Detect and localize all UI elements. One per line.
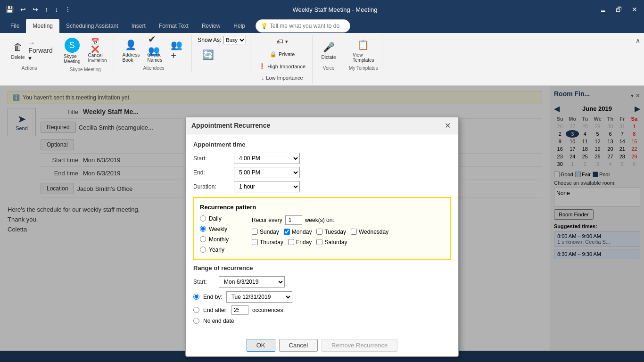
sunday-checkbox[interactable]: [252, 229, 258, 235]
save-qa-btn[interactable]: 💾: [4, 5, 16, 14]
categories-button[interactable]: 🏷▾: [274, 36, 291, 47]
up-qa-btn[interactable]: ↑: [43, 5, 50, 14]
end-time-select[interactable]: 5:00 PM: [234, 167, 300, 178]
end-by-radio[interactable]: [193, 294, 199, 300]
cancel-button[interactable]: Cancel: [279, 339, 318, 352]
tell-me-bar[interactable]: 💡: [256, 19, 350, 33]
day-tuesday[interactable]: Tuesday: [316, 229, 346, 235]
duration-label: Duration:: [193, 183, 231, 190]
daily-radio[interactable]: [200, 215, 206, 222]
monday-checkbox[interactable]: [284, 229, 290, 235]
ribbon-collapse-btn[interactable]: ∧: [636, 37, 640, 44]
more-qa-btn[interactable]: ⋮: [63, 5, 73, 14]
day-sunday[interactable]: Sunday: [252, 229, 279, 235]
down-qa-btn[interactable]: ↓: [53, 5, 60, 14]
show-as-label: Show As:: [198, 37, 221, 43]
daily-option[interactable]: Daily: [200, 215, 242, 222]
monday-label: Monday: [292, 229, 312, 235]
tuesday-checkbox[interactable]: [316, 229, 322, 235]
private-button[interactable]: 🔒Private: [267, 49, 297, 59]
range-start-select[interactable]: Mon 6/3/2019: [219, 276, 285, 288]
remove-recurrence-button[interactable]: Remove Recurrence: [322, 339, 397, 352]
recurrence-pattern-title: Recurrence pattern: [200, 204, 444, 211]
range-start-row: Start: Mon 6/3/2019: [193, 276, 451, 288]
range-title: Range of recurrence: [193, 264, 451, 272]
thursday-label: Thursday: [260, 239, 283, 246]
yearly-radio[interactable]: [200, 247, 206, 253]
address-book-icon: 👤: [124, 38, 138, 51]
dialog-footer: OK Cancel Remove Recurrence: [186, 334, 458, 356]
monthly-radio[interactable]: [200, 236, 206, 242]
ribbon-group-importance: 🏷▾ 🔒Private ❗ High Importance ↓ Low Impo…: [252, 35, 313, 83]
low-importance-button[interactable]: ↓ Low Importance: [259, 73, 306, 82]
wednesday-checkbox[interactable]: [351, 229, 357, 235]
address-book-button[interactable]: 👤 AddressBook: [120, 36, 143, 65]
thursday-checkbox[interactable]: [252, 239, 258, 245]
dictate-label: Dictate: [321, 55, 336, 60]
end-after-radio[interactable]: [193, 307, 199, 313]
day-friday[interactable]: Friday: [288, 239, 312, 246]
tab-scheduling[interactable]: Scheduling Assistant: [59, 19, 125, 33]
tab-file[interactable]: File: [4, 19, 26, 33]
weekly-option[interactable]: Weekly: [200, 226, 242, 232]
duration-select[interactable]: 1 hour 30 minutes 1.5 hours 2 hours: [234, 181, 300, 192]
close-window-button[interactable]: ✕: [629, 5, 640, 14]
end-by-select[interactable]: Tue 12/31/2019: [226, 291, 292, 303]
day-saturday[interactable]: Saturday: [316, 239, 347, 246]
undo-qa-btn[interactable]: ↩: [18, 5, 28, 14]
days-row-2: Thursday Friday Saturday: [252, 239, 444, 246]
redo-qa-btn[interactable]: ↪: [31, 5, 40, 14]
delete-button[interactable]: 🗑 Delete: [8, 39, 28, 62]
tell-me-input[interactable]: [270, 23, 345, 29]
skype-meeting-button[interactable]: S SkypeMeeting: [61, 36, 83, 66]
end-after-input[interactable]: [231, 305, 248, 315]
minimize-button[interactable]: 🗕: [597, 5, 609, 14]
yearly-option[interactable]: Yearly: [200, 247, 242, 253]
range-start-label: Start:: [193, 279, 214, 285]
skype-label: SkypeMeeting: [64, 54, 81, 64]
weekly-radio[interactable]: [200, 226, 206, 232]
check-names-button[interactable]: ✔👥 CheckNames: [144, 36, 165, 65]
day-wednesday[interactable]: Wednesday: [351, 229, 388, 235]
monthly-option[interactable]: Monthly: [200, 236, 242, 243]
templates-group-label: My Templates: [349, 66, 378, 71]
recur-every-input[interactable]: [285, 215, 302, 225]
saturday-checkbox[interactable]: [316, 239, 322, 245]
title-bar-left: 💾 ↩ ↪ ↑ ↓ ⋮: [4, 5, 73, 14]
ribbon-group-showas: Show As: Busy 🔄: [194, 35, 250, 72]
forward-button[interactable]: → Forward ▾: [30, 42, 51, 59]
no-end-radio[interactable]: [193, 318, 199, 324]
day-thursday[interactable]: Thursday: [252, 239, 283, 246]
dialog-title: Appointment Recurrence: [191, 122, 270, 129]
start-time-select[interactable]: 4:00 PM: [234, 153, 300, 164]
add-attendees-button[interactable]: 👥+: [167, 42, 188, 59]
dictate-button[interactable]: 🎤 Dictate: [318, 39, 339, 62]
cancel-invitation-button[interactable]: 📅❌ CancelInvitation: [85, 37, 110, 65]
monthly-label: Monthly: [209, 236, 229, 243]
quick-access: 💾 ↩ ↪ ↑ ↓ ⋮: [4, 5, 73, 14]
ribbon-tabs: File Meeting Scheduling Assistant Insert…: [0, 19, 644, 33]
ok-button[interactable]: OK: [247, 339, 275, 352]
skype-icon: S: [65, 38, 80, 53]
restore-button[interactable]: 🗗: [613, 5, 625, 14]
sunday-label: Sunday: [260, 229, 279, 235]
day-monday[interactable]: Monday: [284, 229, 312, 235]
recurrence-button[interactable]: 🔄: [198, 46, 218, 63]
ribbon-group-actions: 🗑 Delete → Forward ▾ Actions: [4, 35, 55, 72]
view-templates-button[interactable]: 📋 ViewTemplates: [350, 36, 377, 65]
view-templates-icon: 📋: [357, 38, 370, 51]
recur-every-row: Recur every week(s) on:: [252, 215, 444, 225]
end-by-row: End by: Tue 12/31/2019: [193, 291, 451, 303]
tab-help[interactable]: Help: [227, 19, 252, 33]
dictate-icon: 🎤: [322, 41, 335, 54]
tab-format-text[interactable]: Format Text: [152, 19, 195, 33]
friday-checkbox[interactable]: [288, 239, 294, 245]
high-importance-button[interactable]: ❗ High Importance: [256, 61, 308, 71]
tab-review[interactable]: Review: [195, 19, 227, 33]
tab-insert[interactable]: Insert: [125, 19, 152, 33]
check-names-icon: ✔👥: [148, 38, 161, 51]
dialog-close-button[interactable]: ✕: [443, 121, 453, 130]
tab-meeting[interactable]: Meeting: [26, 19, 59, 33]
recur-every-unit: week(s) on:: [305, 217, 334, 223]
show-as-select[interactable]: Busy: [223, 36, 246, 44]
